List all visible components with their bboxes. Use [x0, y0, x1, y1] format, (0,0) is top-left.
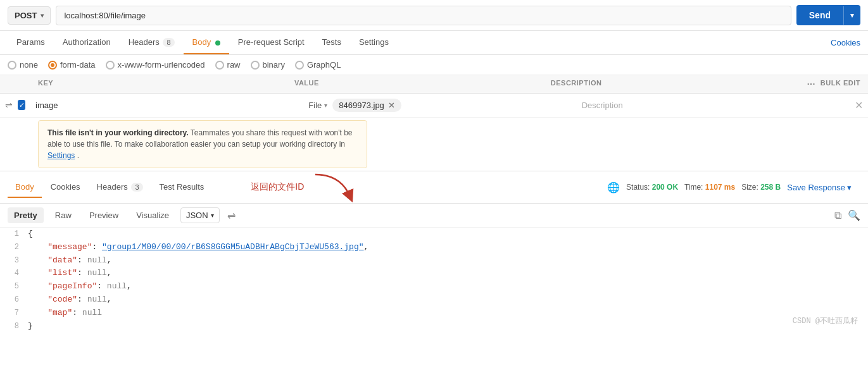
code-area: 1 { 2 "message": "group1/M00/00/00/rB6S8… [0, 228, 868, 333]
radio-graphql-label: GraphQL [307, 60, 341, 70]
send-button[interactable]: Send ▾ [796, 5, 860, 25]
tab-pre-request[interactable]: Pre-request Script [229, 31, 313, 54]
row-delete[interactable]: ✕ [850, 94, 868, 116]
line-content-2: "message": "group1/M00/00/00/rB6S8GGGM5u… [25, 241, 868, 254]
resp-tab-body[interactable]: Body [8, 177, 42, 198]
code-tab-visualize[interactable]: Visualize [130, 207, 175, 223]
line-number-8: 8 [0, 320, 25, 333]
tab-authorization[interactable]: Authorization [54, 31, 120, 54]
status-info: Status: 200 OK Time: 1107 ms Size: 258 B [626, 183, 781, 192]
search-icon[interactable]: 🔍 [848, 209, 860, 221]
resp-headers-badge: 3 [131, 183, 142, 192]
line-content-7: "map": null [25, 307, 868, 320]
row-checkbox[interactable] [18, 100, 25, 110]
code-tab-visualize-label: Visualize [136, 211, 169, 220]
description-placeholder: Description [582, 101, 623, 110]
code-tab-raw-label: Raw [55, 211, 72, 220]
line-number-3: 3 [0, 254, 25, 267]
radio-binary-circle [251, 61, 260, 70]
method-label: POST [15, 11, 37, 20]
send-chevron-icon[interactable]: ▾ [843, 6, 860, 25]
more-options-icon[interactable]: ··· [807, 79, 815, 89]
header-key: KEY [38, 79, 294, 89]
resp-tab-cookies[interactable]: Cookies [43, 177, 88, 198]
tab-params[interactable]: Params [8, 31, 54, 54]
tab-body-label: Body [192, 37, 211, 47]
line-number-7: 7 [0, 307, 25, 319]
warning-box: This file isn't in your working director… [38, 120, 367, 168]
resp-tab-test-results[interactable]: Test Results [152, 177, 212, 198]
body-type-selector: none form-data x-www-form-urlencoded raw… [0, 55, 868, 75]
code-line-7: 7 "map": null [0, 307, 868, 320]
resp-tab-cookies-label: Cookies [51, 182, 80, 192]
description-cell[interactable]: Description [577, 94, 850, 116]
size-value: 258 B [760, 183, 781, 192]
file-remove-icon[interactable]: ✕ [388, 101, 395, 110]
radio-none-label: none [20, 60, 38, 70]
tab-headers[interactable]: Headers 8 [120, 31, 184, 54]
send-label: Send [796, 5, 843, 25]
code-tab-raw[interactable]: Raw [49, 207, 78, 223]
copy-icon[interactable]: ⧉ [834, 210, 841, 221]
method-select[interactable]: POST ▾ [8, 6, 51, 25]
json-format-label: JSON [186, 211, 208, 220]
body-dot-icon [215, 40, 220, 46]
code-toolbar: Pretty Raw Preview Visualize JSON ▾ ⇌ ⧉ … [0, 204, 868, 228]
line-number-5: 5 [0, 280, 25, 293]
code-icon-group: ⧉ 🔍 [834, 209, 860, 221]
radio-urlencoded-label: x-www-form-urlencoded [118, 60, 205, 70]
key-cell: image [30, 94, 303, 116]
line-content-1: { [25, 228, 868, 241]
request-tabs: Params Authorization Headers 8 Body Pre-… [0, 31, 868, 55]
tab-tests[interactable]: Tests [313, 31, 350, 54]
line-content-3: "data": null, [25, 254, 868, 267]
tab-tests-label: Tests [322, 37, 341, 47]
line-number-4: 4 [0, 267, 25, 279]
cookies-link[interactable]: Cookies [831, 38, 860, 47]
radio-binary[interactable]: binary [251, 60, 285, 70]
radio-none-circle [8, 61, 16, 70]
bulk-edit-label[interactable]: Bulk Edit [821, 79, 860, 89]
save-response-button[interactable]: Save Response ▾ [787, 183, 852, 192]
tab-body[interactable]: Body [184, 31, 229, 54]
method-chevron-icon: ▾ [41, 12, 44, 19]
code-tab-preview-label: Preview [89, 211, 118, 220]
file-type-selector[interactable]: File ▾ [308, 101, 327, 110]
code-tab-pretty-label: Pretty [14, 211, 37, 220]
annotation-label: 返回的文件ID [251, 181, 304, 193]
tab-settings-label: Settings [359, 37, 389, 47]
status-area: 🌐 Status: 200 OK Time: 1107 ms Size: 258… [361, 181, 860, 193]
code-tab-pretty[interactable]: Pretty [8, 207, 44, 223]
line-content-5: "pageInfo": null, [25, 280, 868, 293]
code-line-2: 2 "message": "group1/M00/00/00/rB6S8GGGM… [0, 241, 868, 254]
file-chevron-icon: ▾ [324, 102, 327, 109]
radio-urlencoded-circle [106, 61, 115, 70]
line-content-6: "code": null, [25, 293, 868, 307]
row-controls: ⇌ [0, 94, 30, 116]
radio-urlencoded[interactable]: x-www-form-urlencoded [106, 60, 205, 70]
status-value: 200 OK [652, 183, 678, 192]
radio-graphql[interactable]: GraphQL [295, 60, 341, 70]
row-delete-icon[interactable]: ✕ [855, 99, 863, 111]
radio-raw[interactable]: raw [215, 60, 241, 70]
header-controls [8, 79, 38, 89]
time-value: 1107 ms [705, 183, 735, 192]
code-line-6: 6 "code": null, [0, 293, 868, 307]
radio-none[interactable]: none [8, 60, 38, 70]
file-name: 8469973.jpg [339, 101, 384, 110]
url-input[interactable] [56, 6, 791, 25]
save-response-chevron-icon: ▾ [847, 183, 852, 192]
radio-form-data[interactable]: form-data [48, 60, 96, 70]
code-line-5: 5 "pageInfo": null, [0, 280, 868, 293]
json-format-select[interactable]: JSON ▾ [180, 207, 220, 223]
tab-settings[interactable]: Settings [350, 31, 398, 54]
wrap-icon[interactable]: ⇌ [227, 209, 236, 221]
resp-tab-test-results-label: Test Results [160, 182, 204, 192]
annotation-arrow-icon [309, 171, 360, 203]
warning-link[interactable]: Settings [47, 151, 75, 160]
globe-icon: 🌐 [607, 181, 620, 193]
code-tab-preview[interactable]: Preview [83, 207, 125, 223]
resp-tab-headers[interactable]: Headers 3 [89, 177, 151, 198]
radio-graphql-circle [295, 61, 304, 70]
code-line-3: 3 "data": null, [0, 254, 868, 267]
